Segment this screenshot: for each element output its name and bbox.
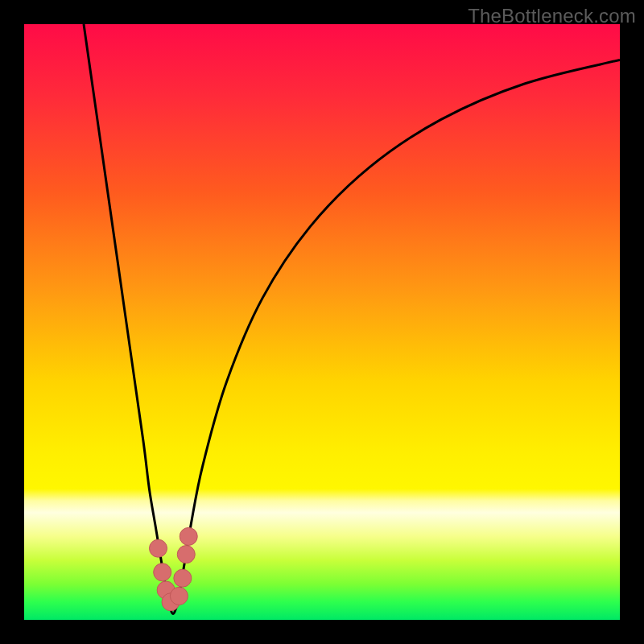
marker-dot (180, 527, 197, 545)
curve-layer (24, 24, 620, 620)
marker-dot (154, 564, 171, 581)
curve-left-branch (84, 24, 167, 596)
markers-group (150, 527, 198, 610)
marker-dot (177, 546, 195, 564)
marker-dot (174, 569, 192, 587)
plot-area (24, 24, 620, 620)
chart-stage: TheBottleneck.com (0, 0, 644, 644)
marker-dot (150, 539, 167, 557)
curve-right-branch (179, 60, 620, 596)
marker-dot (170, 587, 188, 605)
